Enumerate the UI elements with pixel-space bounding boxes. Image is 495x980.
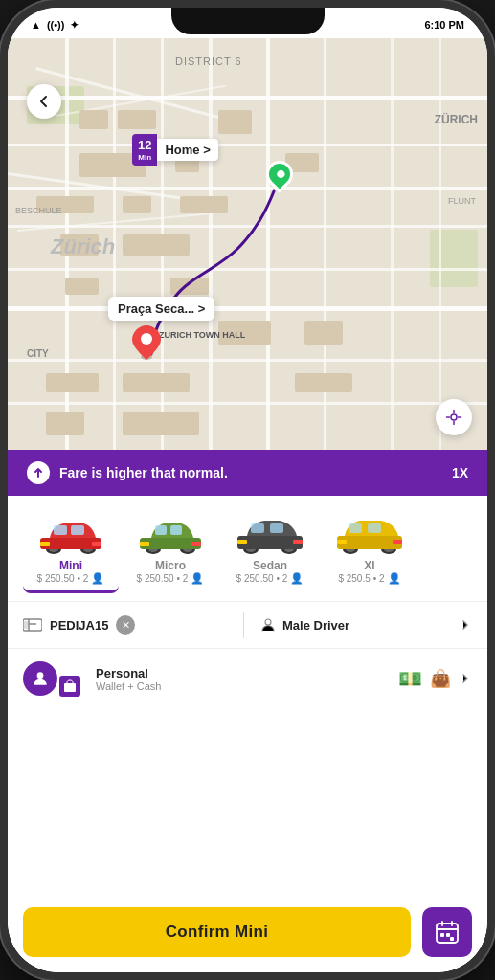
sedan-price: $ 250.50 • 2 👤 <box>236 572 304 585</box>
phone-notch <box>171 8 325 34</box>
payment-row[interactable]: Personal Wallet + Cash 💵 👜 <box>8 649 487 708</box>
svg-point-41 <box>265 619 271 625</box>
payment-title: Personal <box>96 666 387 680</box>
svg-rect-47 <box>450 937 454 941</box>
location-button[interactable] <box>436 399 472 435</box>
confirm-button[interactable]: Confirm Mini <box>23 907 411 957</box>
back-button[interactable] <box>27 84 61 119</box>
svg-rect-34 <box>337 536 402 549</box>
fare-message: Fare is higher that normal. <box>59 465 228 480</box>
status-time: 6:10 PM <box>424 19 464 31</box>
vehicle-selector: Mini $ 250.50 • 2 👤 <box>8 496 487 601</box>
svg-rect-45 <box>440 933 444 937</box>
calendar-icon <box>435 920 460 945</box>
svg-rect-40 <box>24 621 28 629</box>
payment-info: Personal Wallet + Cash <box>96 666 387 692</box>
phone-frame: ▲ ((•)) ✦ 6:10 PM <box>0 0 495 980</box>
svg-rect-17 <box>155 525 167 535</box>
driver-preference[interactable]: Male Driver <box>252 616 472 634</box>
svg-rect-18 <box>170 525 182 535</box>
praca-label: Praça Seca... > <box>118 301 205 316</box>
xl-price: $ 250.5 • 2 👤 <box>338 572 400 585</box>
svg-rect-11 <box>92 542 101 546</box>
svg-rect-10 <box>40 542 50 546</box>
mini-label: Mini <box>59 559 82 572</box>
promo-icon <box>23 617 42 633</box>
wifi-icon: ((•)) <box>47 19 65 31</box>
svg-rect-37 <box>337 540 347 544</box>
vehicle-sedan[interactable]: Sedan $ 250.50 • 2 👤 <box>222 507 318 593</box>
micro-car-icon <box>132 513 209 555</box>
mini-car-icon <box>33 513 109 555</box>
briefcase-icon <box>59 676 80 697</box>
praca-badge[interactable]: Praça Seca... > <box>108 297 214 321</box>
signal-icon: ▲ <box>31 19 41 31</box>
xl-label: Xl <box>364 559 374 572</box>
svg-rect-36 <box>368 523 381 533</box>
svg-rect-9 <box>71 525 84 535</box>
phone-screen: ▲ ((•)) ✦ 6:10 PM <box>8 8 487 972</box>
svg-rect-28 <box>237 540 247 544</box>
sedan-label: Sedan <box>253 559 287 572</box>
driver-icon <box>259 616 277 634</box>
svg-rect-20 <box>191 542 201 546</box>
promo-clear-button[interactable]: ✕ <box>116 615 135 635</box>
svg-rect-8 <box>54 525 67 535</box>
micro-price: $ 250.50 • 2 👤 <box>137 572 205 585</box>
map-area: DISTRICT 6 ZÜRICH BESCHULE FLUNT CITY Zü… <box>8 38 487 450</box>
promo-code: PEDIJA15 <box>50 618 108 633</box>
payment-right: 💵 👜 <box>398 667 472 690</box>
svg-point-2 <box>451 414 457 420</box>
status-icons: ▲ ((•)) ✦ <box>31 19 79 32</box>
driver-pref-label: Male Driver <box>282 618 349 633</box>
bottom-actions: Confirm Mini <box>8 892 487 972</box>
vehicle-mini[interactable]: Mini $ 250.50 • 2 👤 <box>23 507 119 593</box>
sedan-car-icon <box>232 513 308 555</box>
svg-rect-46 <box>446 933 450 937</box>
home-badge[interactable]: 12 Min Home > <box>132 134 218 166</box>
cash-icon: 💵 <box>398 667 422 690</box>
xl-car-icon <box>331 513 408 555</box>
svg-rect-27 <box>270 523 283 533</box>
promo-row: PEDIJA15 ✕ Male Driver <box>8 601 487 649</box>
fare-banner: Fare is higher that normal. 1X <box>8 450 487 496</box>
fare-arrow-icon <box>27 461 50 484</box>
user-avatar-icon <box>23 661 57 696</box>
svg-rect-38 <box>393 540 402 544</box>
promo-left: PEDIJA15 ✕ <box>23 615 236 635</box>
fare-text: Fare is higher that normal. <box>27 461 228 484</box>
svg-rect-26 <box>251 523 264 533</box>
svg-rect-43 <box>64 683 76 692</box>
wallet-icon: 👜 <box>430 668 451 689</box>
svg-rect-29 <box>293 540 303 544</box>
svg-point-42 <box>37 672 44 679</box>
home-label[interactable]: Home > <box>157 139 217 161</box>
micro-label: Micro <box>155 559 186 572</box>
vehicle-micro[interactable]: Micro $ 250.50 • 2 👤 <box>123 507 218 593</box>
bluetooth-icon: ✦ <box>70 19 79 32</box>
fare-multiplier: 1X <box>452 465 468 480</box>
svg-rect-25 <box>237 536 303 549</box>
svg-rect-19 <box>140 542 149 546</box>
pickup-pin <box>132 325 161 364</box>
chevron-right-payment-icon <box>459 672 472 685</box>
svg-point-1 <box>141 333 152 345</box>
payment-subtitle: Wallet + Cash <box>96 680 387 692</box>
destination-pin <box>266 161 293 193</box>
chevron-right-icon <box>459 618 472 632</box>
divider <box>243 612 244 638</box>
schedule-button[interactable] <box>422 907 472 957</box>
vehicle-xl[interactable]: Xl $ 250.5 • 2 👤 <box>322 507 417 593</box>
mini-price: $ 250.50 • 2 👤 <box>37 572 105 585</box>
home-time: 12 Min <box>132 134 157 166</box>
svg-rect-35 <box>349 523 362 533</box>
